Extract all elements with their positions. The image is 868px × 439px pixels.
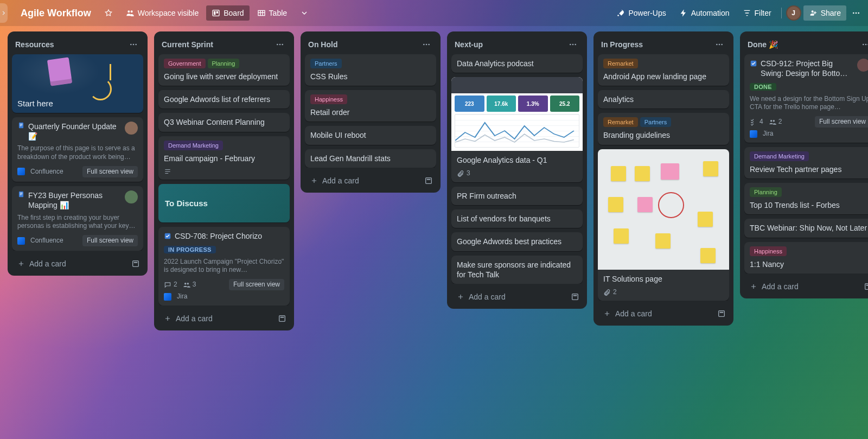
card-adwords-best-practices[interactable]: Google Adwords best practices [451, 232, 583, 251]
card-branding-guidelines[interactable]: Remarket Partners Branding guidelines [598, 113, 729, 144]
list-title[interactable]: Current Sprint [162, 40, 213, 49]
list-actions-button[interactable] [566, 38, 579, 51]
card-template-button[interactable] [423, 175, 434, 186]
label-demand-marketing[interactable]: Demand Marketing [750, 151, 809, 161]
svg-point-25 [423, 44, 425, 46]
board-view-button[interactable]: Board [206, 5, 249, 21]
board-menu-button[interactable] [848, 5, 864, 21]
member-avatar[interactable] [125, 122, 138, 135]
table-view-button[interactable]: Table [252, 5, 292, 21]
people-icon [183, 281, 190, 289]
svg-rect-13 [19, 192, 23, 198]
svg-rect-9 [19, 123, 23, 129]
card-css-rules[interactable]: Partners CSS Rules [305, 54, 436, 86]
card-fy23-personas[interactable]: FY23 Buyer Personas Mapping 📊 The first … [12, 186, 143, 251]
star-button[interactable] [99, 5, 118, 21]
card-1-1-nancy[interactable]: Happiness 1:1 Nancy [744, 242, 868, 273]
automation-button[interactable]: Automation [674, 5, 735, 21]
list-title[interactable]: Done 🎉 [748, 40, 778, 49]
list-title[interactable]: Next-up [455, 40, 483, 49]
card-pr-firm[interactable]: PR Firm outreach [451, 187, 583, 205]
plus-icon [603, 310, 611, 317]
list-done: Done 🎉 CSD-912: Project Big Swing: Desig… [740, 31, 868, 298]
card-email-feb[interactable]: Demand Marketing Email campaign - Februa… [158, 136, 290, 180]
card-template-button[interactable] [570, 291, 580, 302]
member-avatar[interactable] [857, 59, 868, 72]
list-actions-button[interactable] [127, 38, 140, 51]
card-template-button[interactable] [277, 313, 288, 324]
list-actions-button[interactable] [273, 38, 286, 51]
expand-sidebar-handle[interactable] [0, 3, 8, 23]
member-avatar[interactable]: J [786, 5, 801, 21]
list-title[interactable]: Resources [15, 40, 54, 49]
card-tech-partner-pages[interactable]: Demand Marketing Review Tech partner pag… [744, 147, 868, 179]
card-tbc-webinar[interactable]: TBC Webinar: Ship Now, Not Later [744, 219, 868, 237]
card-android-landing[interactable]: Remarket Android App new landing page [598, 54, 729, 86]
label-partners[interactable]: Partners [640, 117, 672, 127]
card-leadgen-mandrill[interactable]: Lead Gen Mandrill stats [305, 149, 436, 168]
card-server-deploy[interactable]: Government Planning Going live with serv… [158, 54, 290, 86]
full-screen-button[interactable]: Full screen view [815, 116, 868, 128]
label-remarket[interactable]: Remarket [603, 117, 638, 127]
dots-icon [861, 40, 868, 49]
svg-rect-2 [216, 11, 218, 14]
card-template-button[interactable] [130, 258, 141, 269]
add-card-button[interactable]: Add a card [161, 312, 273, 325]
card-title: Google Adwords list of referrers [164, 94, 284, 104]
card-q3-webinar[interactable]: Q3 Webinar Content Planning [158, 113, 290, 131]
label-partners[interactable]: Partners [310, 59, 342, 68]
members-badge: 2 [769, 118, 782, 126]
list-actions-button[interactable] [713, 38, 726, 51]
add-card-button[interactable]: Add a card [307, 174, 420, 187]
card-quarterly-founder-update[interactable]: Quarterly Founder Update 📝 The purpose o… [12, 117, 143, 182]
card-title: PR Firm outreach [457, 191, 577, 201]
list-actions-button[interactable] [420, 38, 433, 51]
share-button[interactable]: Share [803, 5, 846, 21]
list-title[interactable]: On Hold [308, 40, 337, 49]
label-happiness[interactable]: Happiness [750, 246, 787, 256]
add-card-button[interactable]: Add a card [746, 280, 859, 293]
card-analytics[interactable]: Analytics [598, 90, 729, 109]
power-ups-button[interactable]: Power-Ups [611, 5, 671, 21]
workspace-visibility-button[interactable]: Workspace visible [120, 5, 205, 21]
card-description: We need a design for the Bottom Sign Up … [750, 95, 868, 112]
add-card-button[interactable]: Add a card [454, 290, 566, 303]
card-vendors-banquets[interactable]: List of vendors for banquets [451, 209, 583, 228]
views-switcher-button[interactable] [295, 5, 314, 21]
full-screen-button[interactable]: Full screen view [229, 279, 284, 291]
checkbox-icon [164, 232, 171, 240]
card-csd-708[interactable]: CSD-708: Project Chorizo IN PROGRESS 202… [158, 227, 290, 306]
full-screen-button[interactable]: Full screen view [82, 235, 138, 247]
card-template-button[interactable] [863, 281, 868, 292]
card-mobile-ui[interactable]: Mobile UI reboot [305, 126, 436, 144]
label-remarket[interactable]: Remarket [603, 59, 638, 68]
board-name[interactable]: Agile Workflow [15, 4, 97, 22]
card-template-button[interactable] [716, 308, 727, 319]
list-title[interactable]: In Progress [601, 40, 643, 49]
board-canvas[interactable]: Resources Start here Quarterly Founder U… [0, 26, 868, 439]
card-start-here[interactable]: Start here [12, 54, 143, 113]
label-planning[interactable]: Planning [750, 187, 782, 197]
label-happiness[interactable]: Happiness [310, 94, 347, 104]
card-to-discuss[interactable]: To Discuss [158, 184, 290, 223]
share-label: Share [821, 9, 841, 17]
card-retail-order[interactable]: Happiness Retail order [305, 90, 436, 122]
card-adwords-referrers[interactable]: Google Adwords list of referrers [158, 90, 290, 109]
label-government[interactable]: Government [164, 59, 206, 68]
card-top10-trends[interactable]: Planning Top 10 Trends list - Forbes [744, 183, 868, 214]
label-planning[interactable]: Planning [208, 59, 240, 68]
svg-point-41 [865, 44, 867, 46]
member-avatar[interactable] [125, 190, 138, 203]
add-card-button[interactable]: Add a card [600, 307, 713, 320]
card-data-analytics-podcast[interactable]: Data Analytics podcast [451, 54, 583, 73]
full-screen-button[interactable]: Full screen view [82, 166, 138, 178]
card-google-analytics-q1[interactable]: 223 17.6k 1.3% 25.2 Google Analytics dat… [451, 77, 583, 182]
card-sponsors-tech-talk[interactable]: Make sure sponsors are indicated for Tec… [451, 256, 583, 284]
card-csd-912[interactable]: CSD-912: Project Big Swing: Design for B… [744, 54, 868, 143]
template-icon [571, 292, 579, 301]
filter-button[interactable]: Filter [737, 5, 777, 21]
list-actions-button[interactable] [859, 38, 868, 51]
label-demand-marketing[interactable]: Demand Marketing [164, 141, 223, 150]
add-card-button[interactable]: Add a card [14, 257, 127, 270]
card-it-solutions[interactable]: IT Solutions page 2 [598, 149, 729, 301]
